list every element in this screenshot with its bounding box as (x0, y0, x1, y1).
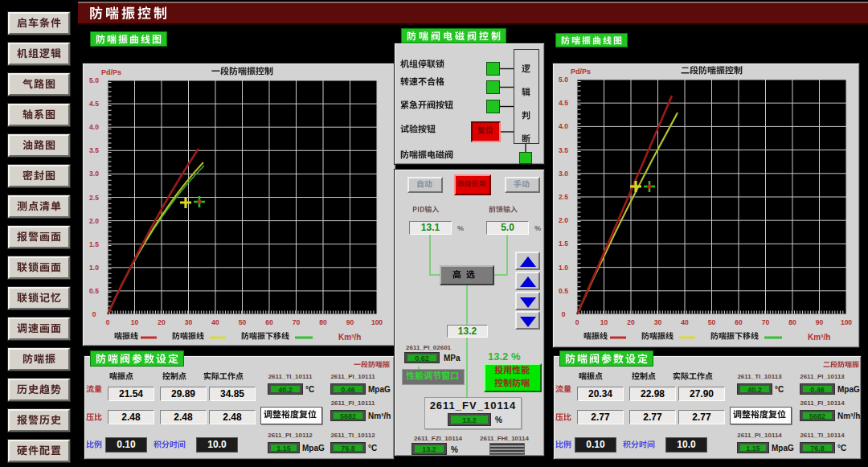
svg-text:30: 30 (654, 318, 662, 326)
svg-text:Pd/Ps: Pd/Ps (101, 68, 121, 76)
svg-text:20: 20 (627, 318, 635, 326)
svg-text:0: 0 (92, 310, 96, 318)
svg-text:10: 10 (131, 318, 139, 326)
svg-text:Km³/h: Km³/h (338, 333, 361, 342)
svg-text:2.5: 2.5 (559, 193, 568, 201)
svg-text:90: 90 (816, 318, 824, 326)
svg-text:20: 20 (158, 318, 166, 326)
svg-text:2.5: 2.5 (89, 194, 99, 202)
svg-text:10: 10 (600, 318, 608, 326)
svg-text:90: 90 (346, 318, 354, 326)
svg-text:3.5: 3.5 (89, 146, 99, 154)
svg-text:100: 100 (371, 318, 383, 326)
svg-text:1.5: 1.5 (89, 240, 99, 248)
svg-text:0: 0 (562, 310, 566, 318)
svg-text:30: 30 (185, 318, 193, 326)
svg-text:50: 50 (239, 318, 247, 326)
svg-text:1.0: 1.0 (89, 264, 99, 272)
svg-text:1.5: 1.5 (559, 240, 568, 248)
svg-text:4.5: 4.5 (559, 99, 568, 107)
svg-text:0: 0 (106, 318, 110, 326)
svg-text:100: 100 (841, 318, 852, 326)
svg-text:3.0: 3.0 (89, 170, 99, 178)
svg-text:5.0: 5.0 (89, 76, 99, 84)
svg-text:70: 70 (762, 318, 770, 326)
svg-text:1.0: 1.0 (559, 264, 568, 272)
svg-text:3.5: 3.5 (559, 146, 568, 154)
svg-text:70: 70 (293, 318, 301, 326)
svg-text:2.0: 2.0 (559, 216, 568, 224)
svg-text:Pd/Ps: Pd/Ps (571, 68, 591, 76)
svg-text:2.0: 2.0 (89, 217, 99, 225)
svg-text:0: 0 (575, 318, 579, 326)
svg-text:4.0: 4.0 (89, 123, 99, 131)
svg-text:80: 80 (788, 318, 796, 326)
svg-text:4.5: 4.5 (89, 100, 99, 108)
svg-text:3.0: 3.0 (559, 170, 568, 178)
svg-text:60: 60 (265, 318, 273, 326)
svg-text:0.5: 0.5 (89, 287, 99, 295)
svg-text:60: 60 (735, 318, 743, 326)
svg-text:40: 40 (681, 318, 689, 326)
svg-text:40: 40 (211, 318, 219, 326)
svg-text:Km³/h: Km³/h (808, 333, 830, 342)
svg-text:4.0: 4.0 (559, 122, 568, 130)
svg-text:50: 50 (708, 318, 716, 326)
svg-text:80: 80 (319, 318, 327, 326)
svg-text:0.5: 0.5 (559, 287, 568, 295)
svg-text:5.0: 5.0 (559, 76, 568, 84)
